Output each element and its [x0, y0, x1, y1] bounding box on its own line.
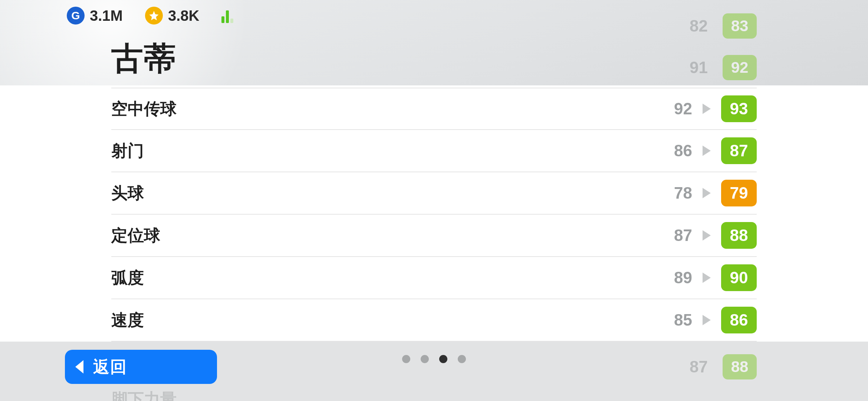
- page-dot[interactable]: [458, 355, 466, 363]
- page-dot[interactable]: [421, 355, 429, 363]
- stat-old-value: 78: [666, 184, 692, 202]
- chevron-left-icon: [75, 360, 83, 374]
- stat-new-badge: 88: [721, 222, 757, 249]
- arrow-right-icon: [703, 230, 711, 241]
- currency-star[interactable]: 3.8K: [145, 7, 200, 25]
- player-name: 古蒂: [111, 37, 177, 81]
- ghost-new-badge: 88: [723, 354, 757, 379]
- ghost-stat-label: 脚下力量: [111, 388, 177, 401]
- ghost-stat-row: 91 92: [690, 55, 757, 80]
- currency-star-value: 3.8K: [168, 7, 200, 24]
- arrow-right-icon: [703, 104, 711, 114]
- stat-label: 空中传球: [111, 98, 666, 120]
- stat-label: 头球: [111, 182, 666, 204]
- arrow-right-icon: [703, 273, 711, 283]
- arrow-right-icon: [703, 315, 711, 325]
- ghost-old-value: 82: [690, 17, 708, 35]
- star-coin-icon: [145, 7, 163, 25]
- page-dots[interactable]: [402, 355, 466, 363]
- stat-new-badge: 79: [721, 180, 757, 206]
- stat-row[interactable]: 空中传球9293: [111, 88, 757, 130]
- page-dot[interactable]: [439, 355, 447, 363]
- page-dot[interactable]: [402, 355, 410, 363]
- back-label: 返回: [93, 356, 127, 378]
- stat-new-badge: 86: [721, 307, 757, 333]
- stat-new-badge: 93: [721, 95, 757, 122]
- stat-row[interactable]: 弧度8990: [111, 257, 757, 299]
- stat-label: 定位球: [111, 225, 666, 247]
- back-button[interactable]: 返回: [65, 350, 217, 384]
- stat-row[interactable]: 头球7879: [111, 172, 757, 215]
- arrow-right-icon: [703, 146, 711, 156]
- stat-old-value: 86: [666, 141, 692, 160]
- ghost-new-badge: 83: [723, 13, 757, 39]
- stat-row[interactable]: 速度8586: [111, 299, 757, 342]
- stat-new-badge: 87: [721, 137, 757, 164]
- g-coin-icon: G: [67, 7, 85, 25]
- currency-g-value: 3.1M: [90, 7, 123, 24]
- stat-label: 速度: [111, 309, 666, 331]
- currency-bar: G 3.1M 3.8K: [67, 7, 233, 25]
- ghost-stat-row: 87 88: [690, 354, 757, 379]
- arrow-right-icon: [703, 188, 711, 198]
- stats-panel: 空中传球9293射门8687头球7879定位球8788弧度8990速度8586: [0, 85, 868, 342]
- ghost-old-value: 87: [690, 358, 708, 376]
- stat-old-value: 89: [666, 268, 692, 287]
- stat-old-value: 85: [666, 311, 692, 329]
- ghost-stat-row: 82 83: [690, 13, 757, 39]
- stat-list[interactable]: 空中传球9293射门8687头球7879定位球8788弧度8990速度8586: [111, 85, 757, 342]
- stat-label: 弧度: [111, 267, 666, 289]
- signal-icon: [221, 8, 233, 23]
- stat-new-badge: 90: [721, 264, 757, 291]
- stat-label: 射门: [111, 140, 666, 162]
- stat-old-value: 92: [666, 100, 692, 118]
- stat-row[interactable]: 定位球8788: [111, 215, 757, 257]
- ghost-old-value: 91: [690, 58, 708, 77]
- ghost-new-badge: 92: [723, 55, 757, 80]
- currency-g[interactable]: G 3.1M: [67, 7, 123, 25]
- stat-row[interactable]: 射门8687: [111, 130, 757, 172]
- stat-old-value: 87: [666, 226, 692, 245]
